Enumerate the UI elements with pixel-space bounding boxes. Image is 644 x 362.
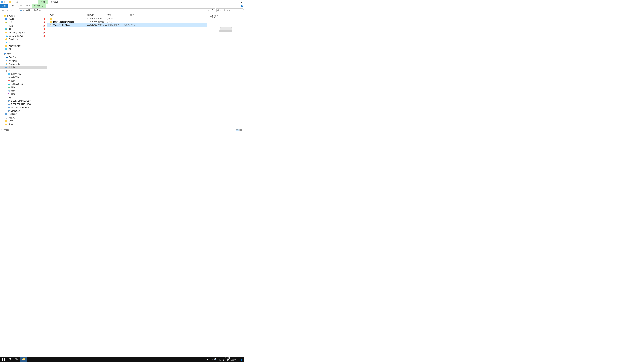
svg-rect-71 <box>22 359 25 360</box>
minimize-button[interactable] <box>224 0 231 4</box>
tree-software[interactable]: 软件 <box>0 119 47 123</box>
col-size[interactable]: 大小 <box>124 13 134 16</box>
volume-icon[interactable] <box>207 358 210 361</box>
svg-rect-45 <box>8 105 9 105</box>
maximize-button[interactable] <box>231 0 238 4</box>
svg-rect-10 <box>21 11 22 11</box>
tab-drive-tools[interactable]: 驱动器工具 <box>32 4 46 7</box>
security-icon[interactable] <box>214 358 216 361</box>
tree-net-1[interactable]: DESKTOP-NJEU3CG <box>0 103 47 106</box>
address-dropdown-icon[interactable]: ⌄ <box>208 9 210 11</box>
tree-control-panel[interactable]: 控制面板 <box>0 113 47 116</box>
app-icon[interactable] <box>1 0 3 3</box>
column-headers[interactable]: 名称▲ 修改日期 类型 大小 <box>47 13 207 17</box>
tree-network[interactable]: 网络 <box>0 96 47 99</box>
col-date[interactable]: 修改日期 <box>87 13 107 16</box>
tree-quick-8[interactable]: win7重装win7 <box>0 44 47 48</box>
tree-quick-3[interactable]: 图片📌 <box>0 27 47 31</box>
qat-customize-icon[interactable]: ▾ <box>19 0 22 3</box>
folder-icon <box>5 120 8 122</box>
close-button[interactable] <box>238 0 244 4</box>
tab-home[interactable]: 主页 <box>8 4 16 7</box>
search-icon[interactable] <box>242 9 245 11</box>
svg-rect-29 <box>7 70 8 71</box>
close-qat-icon[interactable]: ✕ <box>12 0 15 3</box>
tree-quick-4[interactable]: excel表格制作求和📌 <box>0 31 47 34</box>
tree-desktop-4[interactable]: 库 <box>0 69 47 72</box>
tree-quick-0[interactable]: Desktop📌 <box>0 17 47 21</box>
search-input[interactable] <box>217 9 242 11</box>
svg-rect-44 <box>8 104 10 105</box>
tree-lib-1[interactable]: 本机照片 <box>0 76 47 79</box>
tree-lib-5[interactable]: 文档 <box>0 89 47 92</box>
new-folder-icon[interactable] <box>9 0 12 3</box>
col-type[interactable]: 类型 <box>107 13 124 16</box>
view-details-button[interactable] <box>236 129 239 131</box>
tree-quick-1[interactable]: 下载📌 <box>0 21 47 24</box>
lib-icon <box>5 69 8 72</box>
svg-rect-47 <box>8 108 9 108</box>
cloud-icon <box>5 34 8 37</box>
panel-icon <box>5 113 8 116</box>
tree-desktop-0[interactable]: OneDrive <box>0 56 47 59</box>
recent-dropdown[interactable]: ⌄ <box>10 8 14 12</box>
svg-rect-69 <box>17 358 18 359</box>
tree-quick-6[interactable]: Bandicam <box>0 37 47 41</box>
svg-text:?: ? <box>242 4 243 7</box>
tray-expand-icon[interactable]: ⌃ <box>204 359 206 360</box>
tab-view[interactable]: 查看 <box>24 4 32 7</box>
file-row-1[interactable]: BaiduNetdiskDownload2020/12/25, 星期五 1...… <box>47 20 207 23</box>
tree-recycle[interactable]: 回收站 <box>0 116 47 119</box>
up-button[interactable]: ↑ <box>14 8 18 12</box>
svg-rect-33 <box>8 80 9 81</box>
netpc-icon <box>8 106 10 109</box>
tree-lib-6[interactable]: 音乐 <box>0 92 47 96</box>
tree-desktop-1[interactable]: WPS网盘 <box>0 59 47 62</box>
breadcrumb-seg-1[interactable]: 文档 (E:)› <box>32 9 41 12</box>
forward-button[interactable]: → <box>5 8 10 12</box>
breadcrumb-root-icon[interactable]: › <box>20 9 24 12</box>
view-icons-button[interactable] <box>240 129 243 131</box>
tab-share[interactable]: 共享 <box>16 4 24 7</box>
back-button[interactable]: ← <box>1 8 5 12</box>
help-icon[interactable]: ? <box>241 4 243 7</box>
tree-quick-9[interactable]: 图片 <box>0 48 47 51</box>
task-view-button[interactable] <box>14 357 20 362</box>
tree-quick-access[interactable]: ⭐快速访问 <box>0 14 47 17</box>
svg-point-66 <box>9 358 11 360</box>
tree-lib-2[interactable]: 视频 <box>0 79 47 82</box>
properties-icon[interactable] <box>6 0 8 3</box>
settings-dropdown-icon[interactable] <box>16 0 18 3</box>
breadcrumb-seg-0[interactable]: 此电脑› <box>24 9 31 12</box>
tree-net-2[interactable]: PC-20190530OBLA <box>0 106 47 109</box>
start-button[interactable] <box>0 357 7 362</box>
tree-quick-2[interactable]: 文档📌 <box>0 24 47 27</box>
file-rows[interactable]: 12020/12/15, 星期二 1...文件夹BaiduNetdiskDown… <box>47 17 207 128</box>
search-box[interactable] <box>216 8 243 12</box>
star-icon: ⭐ <box>3 14 6 17</box>
navigation-tree[interactable]: ⭐快速访问 Desktop📌下载📌文档📌图片📌excel表格制作求和📌YUNQI… <box>0 13 47 128</box>
tree-lib-3[interactable]: 天翼云盘下载 <box>0 82 47 86</box>
taskbar-explorer[interactable] <box>20 357 27 362</box>
ime-indicator[interactable]: 中 <box>211 358 213 361</box>
tab-file[interactable]: 文件 <box>0 4 8 7</box>
col-name[interactable]: 名称 <box>50 13 54 16</box>
breadcrumb[interactable]: › 此电脑› 文档 (E:)› ⌄ <box>19 8 215 12</box>
tree-lib-0[interactable]: 保存的图片 <box>0 72 47 76</box>
tree-net-3[interactable]: ZMT2019 <box>0 109 47 113</box>
notification-button[interactable]: 3 <box>238 357 244 362</box>
tree-desktop-root[interactable]: 桌面 <box>0 52 47 56</box>
file-row-2[interactable]: Win7x64_2020.iso2020/12/25, 星期五 1...光盘映像… <box>47 23 207 27</box>
tree-files[interactable]: 文件 <box>0 123 47 126</box>
tree-net-0[interactable]: DESKTOP-LSSOEDP <box>0 99 47 103</box>
taskbar-search-button[interactable] <box>7 357 14 362</box>
taskbar-clock[interactable]: 16:32 2020/12/25, 星期五 <box>218 357 238 362</box>
tree-quick-7[interactable]: G:\ <box>0 41 47 44</box>
ribbon-expand-icon[interactable]: ⌄ <box>238 5 240 6</box>
tree-quick-5[interactable]: YUNQISHI2019📌 <box>0 34 47 37</box>
tree-desktop-2[interactable]: Administrator <box>0 62 47 66</box>
tree-desktop-3[interactable]: 此电脑 <box>0 66 47 69</box>
refresh-button[interactable] <box>210 8 214 12</box>
file-row-0[interactable]: 12020/12/15, 星期二 1...文件夹 <box>47 17 207 20</box>
tree-lib-4[interactable]: 图片 <box>0 86 47 89</box>
